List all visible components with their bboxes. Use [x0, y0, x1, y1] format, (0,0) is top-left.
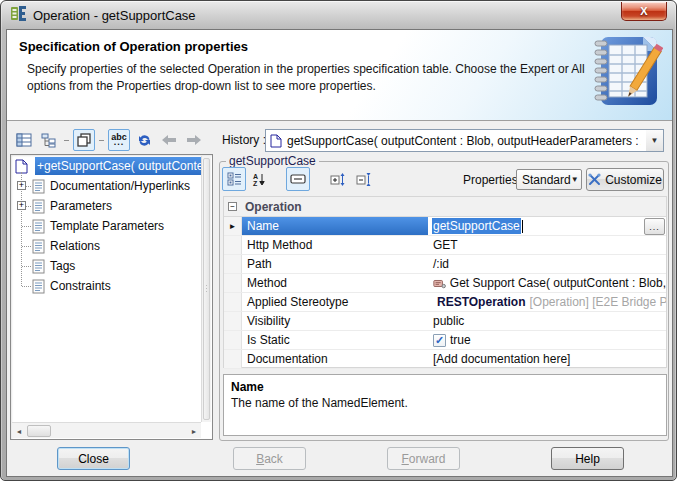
tree-root-item[interactable]: +getSupportCase( outputContent : Blob,	[12, 156, 201, 176]
tree-root-label: +getSupportCase( outputContent : Blob,	[35, 157, 201, 175]
tree-item-relations[interactable]: Relations	[12, 236, 201, 256]
collapse-all-button[interactable]	[352, 167, 376, 191]
history-dropdown[interactable]: getSupportCase( outputContent : Blob, ou…	[265, 129, 664, 152]
properties-view-button[interactable]	[13, 129, 35, 151]
tree-item-documentation[interactable]: + Documentation/Hyperlinks	[12, 176, 201, 196]
scrollbar-thumb[interactable]	[27, 425, 51, 437]
categorized-view-button[interactable]	[222, 167, 246, 191]
ellipsis-button[interactable]: ...	[644, 218, 665, 235]
properties-table-icon	[16, 133, 32, 147]
chevron-down-icon: ▼	[651, 136, 659, 145]
property-value[interactable]: [Add documentation here]	[428, 350, 666, 368]
header-title: Specification of Operation properties	[19, 39, 248, 54]
property-value[interactable]: RESTOperation [Operation] [E2E Bridge Pr…	[428, 293, 666, 311]
properties-group: getSupportCase A Z	[219, 161, 669, 441]
containment-tree-button[interactable]	[38, 129, 60, 151]
close-button[interactable]: Close	[57, 447, 130, 470]
scrollbar-grip	[206, 285, 207, 293]
header-banner: Specification of Operation properties Sp…	[7, 30, 672, 121]
back-button[interactable]: Back	[233, 447, 306, 470]
history-label: History :	[222, 133, 266, 147]
expand-all-button[interactable]	[326, 167, 350, 191]
notepad-pencil-icon	[591, 33, 663, 117]
svg-text:Z: Z	[253, 180, 258, 187]
scroll-right-arrow[interactable]: ►	[188, 425, 200, 437]
property-label[interactable]: Is Static	[242, 331, 428, 349]
property-label[interactable]: Path	[242, 255, 428, 273]
property-row-method[interactable]: Method Get Support Case( outputContent :…	[224, 274, 666, 293]
overlapping-squares-icon	[77, 133, 91, 147]
property-row-applied-stereotype[interactable]: Applied Stereotype RESTOperation [Operat…	[224, 293, 666, 312]
chevron-down-icon: ▼	[571, 175, 579, 184]
property-value[interactable]: public	[428, 312, 666, 330]
group-title: getSupportCase	[226, 154, 319, 168]
selected-text: getSupportCase	[432, 218, 521, 234]
property-row-documentation[interactable]: Documentation [Add documentation here]	[224, 350, 666, 369]
page-lines-icon	[32, 219, 45, 234]
tree-item-constraints[interactable]: Constraints	[12, 276, 201, 296]
page-lines-icon	[32, 199, 45, 214]
tree-children: + Documentation/Hyperlinks +	[12, 176, 201, 296]
properties-filter-dropdown[interactable]: Standard ▼	[516, 169, 582, 190]
forward-button[interactable]: Forward	[387, 447, 460, 470]
toolbar-separator	[64, 140, 69, 141]
description-bar-icon	[290, 174, 306, 184]
show-description-button[interactable]	[286, 167, 310, 191]
property-row-http-method[interactable]: Http Method GET	[224, 236, 666, 255]
customize-button[interactable]: Customize	[586, 168, 664, 191]
property-label[interactable]: Http Method	[242, 236, 428, 254]
properties-table: − Operation ► Name getSupportCase ...	[223, 196, 667, 368]
back-nav-button[interactable]	[158, 129, 180, 151]
az-sort-icon: A Z	[252, 172, 266, 187]
property-row-visibility[interactable]: Visibility public	[224, 312, 666, 331]
expand-plus-icon[interactable]: +	[17, 201, 26, 210]
property-value[interactable]: /:id	[428, 255, 666, 273]
svg-text:A: A	[253, 173, 258, 180]
property-value[interactable]: ✓ true	[428, 331, 666, 349]
property-row-is-static[interactable]: Is Static ✓ true	[224, 331, 666, 350]
tree-item-template-parameters[interactable]: Template Parameters	[12, 216, 201, 236]
property-label[interactable]: Method	[242, 274, 428, 292]
property-value[interactable]: Get Support Case( outputContent : Blob,	[428, 274, 666, 292]
element-tree-panel: +getSupportCase( outputContent : Blob, +…	[10, 154, 213, 440]
customize-label: Customize	[605, 173, 662, 187]
property-value[interactable]: GET	[428, 236, 666, 254]
name-edit-field[interactable]: getSupportCase	[428, 217, 642, 235]
property-description-panel: Name The name of the NamedElement.	[223, 374, 667, 436]
show-inherited-button[interactable]	[73, 129, 95, 151]
show-full-name-button[interactable]: abc...	[108, 129, 130, 151]
history-dropdown-arrow[interactable]: ▼	[646, 130, 663, 151]
page-lines-icon	[32, 239, 45, 254]
arrow-left-icon	[161, 134, 177, 146]
tree-toolbar: abc...	[13, 128, 205, 152]
description-text: The name of the NamedElement.	[231, 396, 659, 410]
row-marker-icon: ►	[229, 222, 237, 231]
tree-item-parameters[interactable]: + Parameters	[12, 196, 201, 216]
tree-vertical-scrollbar[interactable]	[201, 156, 211, 422]
check-icon: ✓	[435, 334, 444, 347]
tree-item-tags[interactable]: Tags	[12, 256, 201, 276]
property-label[interactable]: Documentation	[242, 350, 428, 368]
tree-structure-icon	[41, 133, 57, 148]
close-window-button[interactable]: X	[621, 2, 667, 21]
tree-horizontal-scrollbar[interactable]: ◄ ►	[12, 422, 201, 438]
scrollbar-thumb[interactable]	[203, 158, 210, 420]
sort-alphabetically-button[interactable]: A Z	[247, 167, 271, 191]
scroll-left-arrow[interactable]: ◄	[13, 425, 25, 437]
arrow-right-icon	[186, 134, 202, 146]
title-bar[interactable]: Operation - getSupportCase	[1, 1, 676, 29]
property-row-path[interactable]: Path /:id	[224, 255, 666, 274]
refresh-button[interactable]	[133, 129, 155, 151]
property-row-name[interactable]: ► Name getSupportCase ...	[224, 217, 666, 236]
help-button[interactable]: Help	[551, 447, 624, 470]
property-label[interactable]: Applied Stereotype	[242, 293, 428, 311]
is-static-checkbox[interactable]: ✓	[433, 334, 446, 347]
refresh-icon	[137, 133, 152, 148]
properties-filter-value: Standard	[522, 173, 571, 187]
expand-plus-icon[interactable]: +	[17, 181, 26, 190]
row-gutter: ►	[224, 217, 242, 235]
property-label[interactable]: Name	[242, 217, 428, 235]
forward-nav-button[interactable]	[183, 129, 205, 151]
property-label[interactable]: Visibility	[242, 312, 428, 330]
collapse-section-icon[interactable]: −	[228, 202, 237, 211]
